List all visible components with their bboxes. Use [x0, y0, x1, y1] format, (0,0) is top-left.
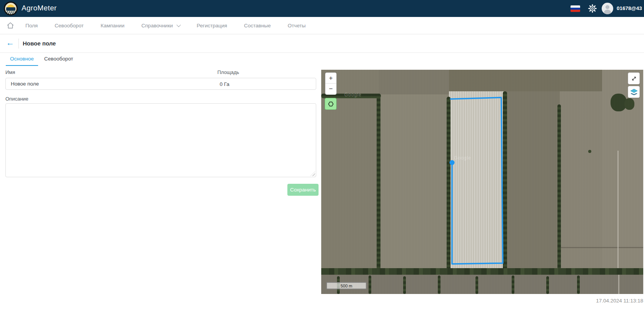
status-timestamp: 17.04.2024 11:13:18 [596, 298, 643, 304]
tab-crop-rotation[interactable]: Севооборот [40, 53, 77, 66]
name-input[interactable] [5, 78, 316, 90]
field-polygon[interactable] [450, 97, 503, 264]
logo-tractor-shape [6, 7, 15, 11]
nav-item-label: Кампании [101, 23, 125, 29]
language-flag-icon[interactable] [571, 5, 580, 12]
zoom-out-button[interactable]: − [325, 84, 336, 94]
app-title: AgroMeter [22, 4, 57, 12]
flag-stripe-red [571, 10, 580, 12]
page-title: Новое поле [23, 40, 56, 47]
draw-polygon-button[interactable] [325, 98, 337, 110]
zoom-in-button[interactable]: + [325, 73, 336, 84]
layers-icon [629, 87, 639, 97]
tab-bar: Основное Севооборот [0, 53, 644, 66]
nav-item-registration[interactable]: Регистрация [197, 23, 227, 29]
nav-item-reports[interactable]: Отчеты [288, 23, 306, 29]
nav-item-label: Справочники [142, 23, 173, 29]
nav-item-label: Составные [244, 23, 270, 29]
home-icon[interactable] [6, 21, 15, 30]
area-label: Площадь [217, 69, 239, 75]
nav-item-label: Севооборот [55, 23, 83, 29]
nav-item-label: Поля [25, 23, 38, 29]
field-polygon-overlay [321, 70, 643, 294]
fullscreen-button[interactable] [628, 72, 640, 84]
satellite-map[interactable]: Google Google + − 500 m [321, 70, 643, 294]
nav-item-composites[interactable]: Составные [244, 23, 270, 29]
nav-item-campaigns[interactable]: Кампании [101, 23, 125, 29]
top-bar: AgroMeter 01678@43 [0, 0, 644, 17]
description-field-wrap [5, 103, 316, 177]
save-button[interactable]: Сохранить [287, 184, 319, 196]
description-input[interactable] [5, 103, 316, 177]
nav-item-fields[interactable]: Поля [25, 23, 38, 29]
area-value: 0 Га [220, 81, 229, 87]
nav-item-label: Регистрация [197, 23, 227, 29]
nav-item-crop-rotation[interactable]: Севооборот [55, 23, 83, 29]
page-header: ← Новое поле [0, 34, 644, 53]
nav-item-label: Отчеты [288, 23, 306, 29]
logo-field-shape [5, 11, 17, 14]
description-label: Описание [5, 96, 28, 102]
chevron-down-icon [177, 23, 181, 27]
back-arrow-icon[interactable]: ← [6, 38, 14, 47]
scale-label: 500 m [340, 284, 352, 288]
fullscreen-expand-icon [631, 75, 637, 82]
app-logo-icon[interactable] [4, 2, 18, 15]
hexagon-icon [327, 100, 335, 108]
polygon-vertex-handle[interactable] [450, 160, 455, 165]
name-label: Имя [5, 69, 15, 75]
username-label: 01678@43 [617, 5, 642, 11]
map-zoom-controls: + − [325, 72, 337, 95]
main-nav: Поля Севооборот Кампании Справочники Рег… [0, 17, 644, 34]
map-scale-bar: 500 m [326, 282, 367, 289]
tab-main[interactable]: Основное [6, 53, 38, 66]
layers-button[interactable] [628, 86, 640, 98]
settings-gear-icon[interactable] [588, 4, 597, 13]
title-divider [18, 39, 19, 49]
user-avatar[interactable] [602, 3, 613, 14]
nav-item-directories[interactable]: Справочники [142, 23, 180, 29]
